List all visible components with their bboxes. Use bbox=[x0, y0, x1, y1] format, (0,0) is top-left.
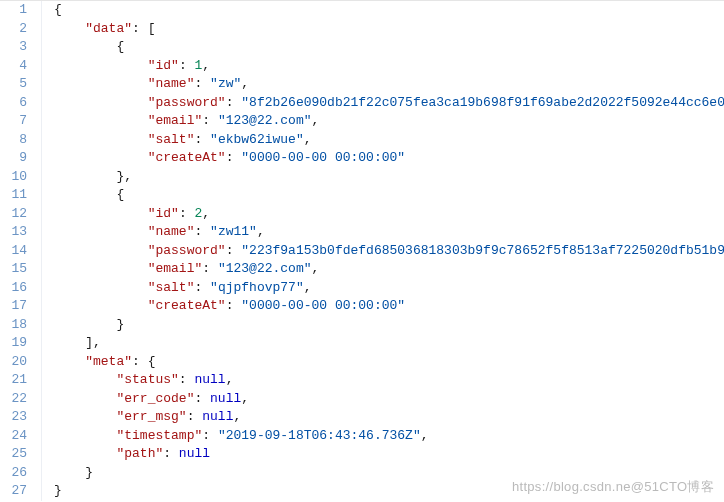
json-null: null bbox=[210, 391, 241, 406]
line-number: 23 bbox=[0, 408, 27, 427]
code-line: }, bbox=[54, 168, 724, 187]
line-number: 10 bbox=[0, 168, 27, 187]
code-line: "id": 2, bbox=[54, 205, 724, 224]
code-line: "id": 1, bbox=[54, 57, 724, 76]
json-string: "8f2b26e090db21f22c075fea3ca19b698f91f69… bbox=[241, 95, 724, 110]
json-key: "err_code" bbox=[116, 391, 194, 406]
line-number: 18 bbox=[0, 316, 27, 335]
line-number: 6 bbox=[0, 94, 27, 113]
code-line: "password": "8f2b26e090db21f22c075fea3ca… bbox=[54, 94, 724, 113]
json-key: "id" bbox=[148, 206, 179, 221]
line-number: 21 bbox=[0, 371, 27, 390]
json-string: "qjpfhovp77" bbox=[210, 280, 304, 295]
json-key: "name" bbox=[148, 76, 195, 91]
line-number: 15 bbox=[0, 260, 27, 279]
json-string: "zw11" bbox=[210, 224, 257, 239]
code-line: "name": "zw", bbox=[54, 75, 724, 94]
line-number: 26 bbox=[0, 464, 27, 483]
json-key: "email" bbox=[148, 261, 203, 276]
json-key: "salt" bbox=[148, 132, 195, 147]
line-number: 14 bbox=[0, 242, 27, 261]
code-line: "createAt": "0000-00-00 00:00:00" bbox=[54, 149, 724, 168]
json-key: "id" bbox=[148, 58, 179, 73]
json-string: "0000-00-00 00:00:00" bbox=[241, 150, 405, 165]
code-line: } bbox=[54, 482, 724, 501]
code-line: ], bbox=[54, 334, 724, 353]
json-key: "err_msg" bbox=[116, 409, 186, 424]
json-key: "status" bbox=[116, 372, 178, 387]
line-number: 8 bbox=[0, 131, 27, 150]
json-key: "data" bbox=[85, 21, 132, 36]
line-number: 7 bbox=[0, 112, 27, 131]
code-line: } bbox=[54, 316, 724, 335]
json-key: "createAt" bbox=[148, 150, 226, 165]
json-string: "223f9a153b0fdefd685036818303b9f9c78652f… bbox=[241, 243, 724, 258]
line-number: 2 bbox=[0, 20, 27, 39]
code-line: "data": [ bbox=[54, 20, 724, 39]
line-number: 13 bbox=[0, 223, 27, 242]
brace: { bbox=[116, 39, 124, 54]
brace: { bbox=[116, 187, 124, 202]
code-line: { bbox=[54, 1, 724, 20]
code-area[interactable]: { "data": [ { "id": 1, "name": "zw", "pa… bbox=[42, 1, 724, 501]
code-line: "name": "zw11", bbox=[54, 223, 724, 242]
line-number: 3 bbox=[0, 38, 27, 57]
brace: { bbox=[148, 354, 156, 369]
line-number: 5 bbox=[0, 75, 27, 94]
code-line: "salt": "qjpfhovp77", bbox=[54, 279, 724, 298]
json-null: null bbox=[194, 372, 225, 387]
code-line: "timestamp": "2019-09-18T06:43:46.736Z", bbox=[54, 427, 724, 446]
json-key: "email" bbox=[148, 113, 203, 128]
line-number: 11 bbox=[0, 186, 27, 205]
json-key: "createAt" bbox=[148, 298, 226, 313]
code-line: "salt": "ekbw62iwue", bbox=[54, 131, 724, 150]
line-number: 12 bbox=[0, 205, 27, 224]
code-line: "email": "123@22.com", bbox=[54, 260, 724, 279]
line-number: 25 bbox=[0, 445, 27, 464]
json-string: "zw" bbox=[210, 76, 241, 91]
json-key: "timestamp" bbox=[116, 428, 202, 443]
bracket: ] bbox=[85, 335, 93, 350]
code-line: "createAt": "0000-00-00 00:00:00" bbox=[54, 297, 724, 316]
code-line: "password": "223f9a153b0fdefd68503681830… bbox=[54, 242, 724, 261]
code-editor: 1234567891011121314151617181920212223242… bbox=[0, 0, 724, 501]
line-number: 19 bbox=[0, 334, 27, 353]
code-line: "path": null bbox=[54, 445, 724, 464]
json-string: "ekbw62iwue" bbox=[210, 132, 304, 147]
brace: { bbox=[54, 2, 62, 17]
code-line: { bbox=[54, 186, 724, 205]
line-number: 20 bbox=[0, 353, 27, 372]
line-number: 22 bbox=[0, 390, 27, 409]
json-string: "123@22.com" bbox=[218, 113, 312, 128]
bracket: [ bbox=[148, 21, 156, 36]
code-line: "err_msg": null, bbox=[54, 408, 724, 427]
line-number: 24 bbox=[0, 427, 27, 446]
json-key: "meta" bbox=[85, 354, 132, 369]
line-number: 9 bbox=[0, 149, 27, 168]
json-null: null bbox=[202, 409, 233, 424]
json-string: "0000-00-00 00:00:00" bbox=[241, 298, 405, 313]
json-key: "path" bbox=[116, 446, 163, 461]
brace: } bbox=[85, 465, 93, 480]
code-line: "status": null, bbox=[54, 371, 724, 390]
line-number-gutter: 1234567891011121314151617181920212223242… bbox=[0, 1, 42, 501]
json-string: "123@22.com" bbox=[218, 261, 312, 276]
json-string: "2019-09-18T06:43:46.736Z" bbox=[218, 428, 421, 443]
json-key: "password" bbox=[148, 95, 226, 110]
line-number: 16 bbox=[0, 279, 27, 298]
line-number: 27 bbox=[0, 482, 27, 501]
code-line: "meta": { bbox=[54, 353, 724, 372]
json-key: "password" bbox=[148, 243, 226, 258]
json-key: "name" bbox=[148, 224, 195, 239]
line-number: 17 bbox=[0, 297, 27, 316]
brace: } bbox=[54, 483, 62, 498]
json-null: null bbox=[179, 446, 210, 461]
line-number: 1 bbox=[0, 1, 27, 20]
json-key: "salt" bbox=[148, 280, 195, 295]
line-number: 4 bbox=[0, 57, 27, 76]
code-line: { bbox=[54, 38, 724, 57]
code-line: "err_code": null, bbox=[54, 390, 724, 409]
brace: } bbox=[116, 317, 124, 332]
code-line: } bbox=[54, 464, 724, 483]
code-line: "email": "123@22.com", bbox=[54, 112, 724, 131]
